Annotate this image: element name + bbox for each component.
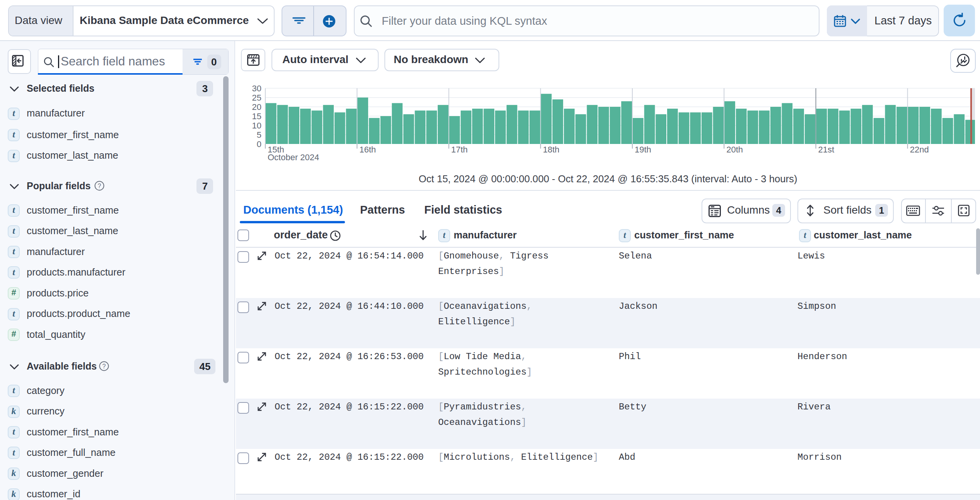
svg-text:?: ? xyxy=(98,183,101,189)
svg-text:5: 5 xyxy=(257,130,261,140)
svg-text:22nd: 22nd xyxy=(910,145,929,154)
svg-text:30: 30 xyxy=(252,84,261,93)
svg-text:18th: 18th xyxy=(543,145,560,154)
svg-text:October 2024: October 2024 xyxy=(268,152,319,162)
svg-text:0: 0 xyxy=(257,139,261,149)
svg-text:20th: 20th xyxy=(726,145,743,154)
svg-text:20: 20 xyxy=(252,102,261,112)
svg-text:10: 10 xyxy=(252,121,261,130)
svg-text:?: ? xyxy=(102,363,106,370)
svg-text:25: 25 xyxy=(252,93,261,103)
svg-text:19th: 19th xyxy=(635,145,651,154)
svg-text:21st: 21st xyxy=(818,145,835,154)
svg-text:17th: 17th xyxy=(451,145,468,154)
svg-text:15: 15 xyxy=(252,111,261,121)
svg-text:16th: 16th xyxy=(359,145,376,154)
